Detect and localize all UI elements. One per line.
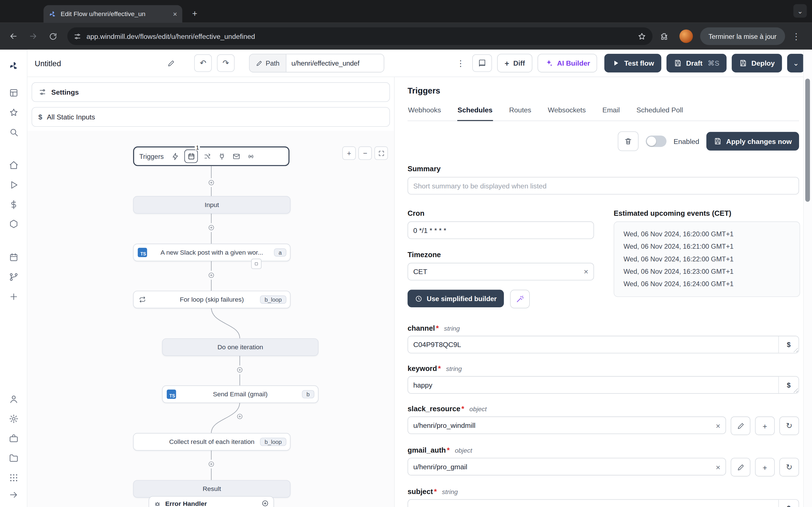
tab-email[interactable]: Email [602, 106, 620, 121]
error-handler-node[interactable]: Error Handler [149, 496, 274, 507]
fit-view-button[interactable] [374, 147, 388, 160]
browser-menu-icon[interactable]: ⋮ [788, 28, 805, 45]
timezone-input[interactable] [408, 263, 594, 280]
tab-scheduled-poll[interactable]: Scheduled Poll [636, 106, 683, 121]
insert-step-button[interactable] [207, 178, 216, 187]
site-settings-icon[interactable] [73, 33, 82, 40]
input-node[interactable]: Input [133, 196, 290, 214]
sidebar-schedules-icon[interactable] [4, 247, 23, 267]
insert-step-button[interactable] [236, 365, 244, 374]
subject-input[interactable] [408, 499, 799, 507]
new-tab-button[interactable]: + [188, 7, 202, 21]
more-options-kebab-icon[interactable]: ⋮ [454, 55, 467, 71]
sidebar-favorites-icon[interactable] [4, 103, 23, 122]
collect-result-node[interactable]: Collect result of each iteration b_loop [133, 433, 290, 450]
simplified-builder-button[interactable]: Use simplified builder [408, 290, 504, 307]
sidebar-runs-icon[interactable] [4, 83, 23, 103]
poll-trigger-icon[interactable] [246, 151, 256, 161]
settings-row[interactable]: Settings [32, 82, 390, 102]
browser-update-button[interactable]: Terminer la mise à jour [700, 27, 784, 45]
step-asset-button[interactable] [251, 259, 262, 269]
clear-resource-icon[interactable]: × [716, 421, 720, 430]
path-label-segment[interactable]: Path [250, 54, 286, 72]
edit-resource-button[interactable] [731, 458, 751, 476]
extensions-icon[interactable] [656, 28, 672, 45]
edit-resource-button[interactable] [731, 416, 751, 435]
summary-input[interactable] [408, 177, 799, 194]
insert-step-button[interactable] [207, 223, 216, 232]
sidebar-user-icon[interactable] [4, 389, 23, 409]
sidebar-resources-icon[interactable] [4, 214, 23, 234]
bookmark-star-icon[interactable] [638, 32, 646, 41]
forward-button[interactable] [25, 28, 42, 45]
websocket-trigger-icon[interactable] [216, 151, 227, 161]
sidebar-variables-icon[interactable] [4, 194, 23, 214]
add-resource-button[interactable]: + [755, 416, 775, 435]
add-resource-button[interactable]: + [755, 458, 775, 476]
tab-schedules[interactable]: Schedules [457, 106, 493, 121]
sidebar-apps-grid-icon[interactable] [4, 467, 23, 487]
delete-schedule-button[interactable] [618, 131, 638, 151]
sidebar-add-icon[interactable] [4, 287, 23, 306]
sidebar-flows-icon[interactable] [4, 267, 23, 287]
apply-changes-button[interactable]: Apply changes now [707, 132, 799, 151]
edit-title-pencil-icon[interactable] [164, 55, 177, 71]
clear-timezone-icon[interactable]: × [583, 267, 588, 276]
refresh-resource-button[interactable]: ↻ [779, 416, 799, 435]
redo-button[interactable]: ↷ [217, 54, 235, 72]
deploy-dropdown-button[interactable]: ⌄ [787, 54, 805, 72]
tab-webhooks[interactable]: Webhooks [408, 106, 442, 121]
page-scrollbar[interactable] [803, 50, 812, 507]
back-button[interactable] [5, 28, 22, 45]
zoom-out-button[interactable]: − [358, 147, 372, 160]
sidebar-settings-gear-icon[interactable] [4, 409, 23, 429]
all-static-inputs-row[interactable]: $ All Static Inputs [32, 107, 390, 127]
refresh-resource-button[interactable]: ↻ [779, 458, 799, 476]
slack-resource-input[interactable] [408, 416, 726, 434]
slack-step-node[interactable]: TS A new Slack post with a given wor... … [133, 244, 290, 261]
keyword-input[interactable] [408, 376, 799, 393]
windmill-logo-icon[interactable] [4, 56, 23, 75]
path-input[interactable] [286, 54, 384, 72]
error-handler-add-icon[interactable] [262, 499, 269, 507]
email-trigger-icon[interactable] [231, 151, 242, 161]
schedule-trigger-icon[interactable]: 1 [185, 150, 198, 163]
insert-step-button[interactable] [207, 460, 216, 468]
tab-websockets[interactable]: Websockets [547, 106, 586, 121]
sidebar-workspace-icon[interactable] [4, 429, 23, 448]
sidebar-search-icon[interactable] [4, 122, 23, 142]
draft-button[interactable]: Draft⌘S [666, 54, 726, 72]
dollar-expr-button[interactable]: $ [778, 500, 799, 507]
cron-input[interactable] [408, 221, 594, 239]
flow-title[interactable]: Untitled [35, 59, 159, 67]
sidebar-home-icon[interactable] [4, 155, 23, 175]
diff-button[interactable]: +Diff [497, 54, 532, 72]
sidebar-expand-icon[interactable] [4, 487, 23, 502]
channel-input[interactable] [408, 336, 799, 353]
flow-graph-canvas[interactable]: Triggers 1 [28, 131, 394, 507]
result-node[interactable]: Result [133, 480, 290, 497]
route-trigger-icon[interactable] [202, 151, 213, 161]
triggers-node[interactable]: Triggers 1 [133, 147, 290, 166]
tab-close-icon[interactable]: × [173, 10, 177, 18]
webhook-trigger-icon[interactable] [170, 151, 181, 161]
zoom-in-button[interactable]: + [342, 147, 356, 160]
enabled-toggle[interactable] [646, 135, 666, 147]
tab-search-icon[interactable]: ⌄ [794, 4, 807, 18]
undo-button[interactable]: ↶ [194, 54, 212, 72]
docs-book-button[interactable] [472, 54, 492, 72]
forloop-node[interactable]: For loop (skip failures) b_loop [133, 291, 290, 308]
ai-cron-wand-button[interactable] [510, 290, 530, 308]
send-email-node[interactable]: TS Send Email (gmail) b [162, 385, 319, 403]
sidebar-runs-play-icon[interactable] [4, 175, 23, 194]
deploy-button[interactable]: Deploy [732, 54, 782, 72]
url-bar[interactable]: app.windmill.dev/flows/edit/u/henri/effe… [67, 27, 653, 45]
clear-resource-icon[interactable]: × [716, 463, 720, 471]
test-flow-button[interactable]: Test flow [605, 54, 661, 72]
do-one-iteration-node[interactable]: Do one iteration [162, 338, 319, 356]
sidebar-folders-icon[interactable] [4, 448, 23, 468]
profile-avatar[interactable] [679, 30, 693, 43]
reload-button[interactable] [45, 28, 61, 45]
browser-tab[interactable]: Edit Flow u/henri/effective_un × [43, 5, 182, 22]
gmail-auth-input[interactable] [408, 458, 726, 475]
